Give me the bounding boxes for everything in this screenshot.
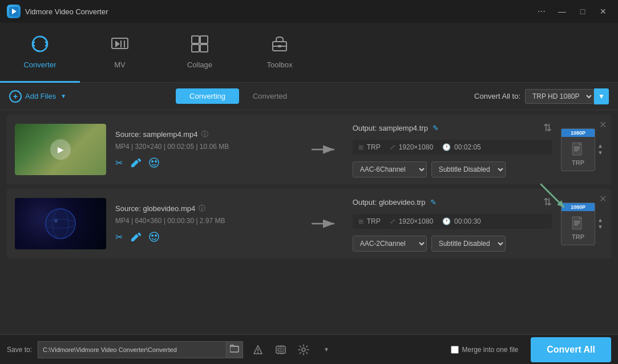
video2-move-down-button[interactable]: ▼ [597,224,603,230]
title-bar: Vidmore Video Converter ⋯ — □ ✕ [0,0,618,23]
video2-info-icon[interactable]: ⓘ [199,204,205,213]
video1-format-badge-container: 1080P TRP ▲ ▼ [561,128,603,171]
svg-rect-9 [200,45,208,52]
video2-color-icon[interactable] [149,232,159,244]
format-selector[interactable]: TRP HD 1080P [525,89,594,104]
video1-output-format: TRP [367,143,381,151]
settings-dropdown-button[interactable]: ▼ [317,341,336,359]
video2-size: 2.97 MB [200,217,225,225]
video2-move-up-button[interactable]: ▲ [597,217,603,223]
video2-edit-icon[interactable] [131,232,141,244]
video1-output-format-item: ⊞ TRP [358,143,381,151]
video2-format: MP4 [115,217,130,225]
svg-point-28 [150,232,159,241]
convert-all-button[interactable]: Convert All [531,337,611,362]
bottom-toolbar-icons: ON ▼ [249,341,336,359]
svg-point-51 [302,348,305,351]
merge-label[interactable]: Merge into one file [462,346,519,354]
boost-off-button[interactable] [249,341,267,359]
video1-badge-ext: TRP [572,159,584,166]
svg-text:ON: ON [278,348,282,351]
video1-meta: MP4 | 320×240 | 00:02:05 | 10.06 MB [115,143,297,151]
video1-source-line: Source: samplemp4.mp4 ⓘ [115,130,297,139]
video1-badge-mid: TRP [570,137,586,171]
video2-output-selects: AAC-2Channel Subtitle Disabled [353,236,552,252]
video1-output-selects: AAC-6Channel Subtitle Disabled [353,161,552,177]
video2-output-meta: ⊞ TRP ⤢ 1920×1080 🕐 00:00:30 [353,214,552,229]
video2-output-name: Output: globevideo.trp [353,198,426,207]
video2-output-line: Output: globevideo.trp ✎ ⇅ [353,196,552,208]
video2-format-badge: 1080P TRP [561,203,595,245]
video1-format-badge: 1080P TRP [561,128,595,171]
app-logo [7,5,21,18]
save-path-group [38,341,243,358]
window-controls: ⋯ — □ ✕ [534,5,611,18]
video1-format: MP4 [115,143,130,151]
minimize-button[interactable]: — [554,5,570,18]
nav-tabs: Converter MV Collage [0,23,618,83]
close-button[interactable]: ✕ [595,5,611,18]
video1-file-icon [570,141,586,157]
add-files-button[interactable]: + Add Files ▼ [9,90,66,103]
video2-source-name: Source: globevideo.mp4 [115,204,195,213]
video2-output-duration: 00:00:30 [454,217,481,225]
tab-toolbox[interactable]: Toolbox [240,23,320,83]
video2-cut-icon[interactable]: ✂ [115,232,123,244]
video1-source-name: Source: samplemp4.mp4 [115,130,198,139]
convert-tabs: Converting Converted [176,88,301,104]
video1-color-icon[interactable] [149,157,159,170]
converter-icon [31,35,49,57]
video1-info-icon[interactable]: ⓘ [201,130,208,139]
add-files-dropdown-icon[interactable]: ▼ [60,93,66,99]
video1-subtitle-select[interactable]: Subtitle Disabled [431,161,506,177]
add-files-label: Add Files [25,92,56,100]
convert-all-to-group: Convert All to: TRP HD 1080P ▼ [474,88,609,104]
video1-move-down-button[interactable]: ▼ [597,150,603,156]
remove-video1-button[interactable]: ✕ [599,119,607,130]
video1-cut-icon[interactable]: ✂ [115,157,123,170]
merge-checkbox[interactable] [451,346,459,354]
tab-mv[interactable]: MV [80,23,160,83]
video2-output-edit-icon[interactable]: ✎ [430,198,437,207]
collage-icon [191,35,209,57]
video1-size: 10.06 MB [200,143,229,151]
video2-clock-icon: 🕐 [442,217,451,225]
video1-output-edit-icon[interactable]: ✎ [433,124,439,132]
video1-move-up-button[interactable]: ▲ [597,143,603,149]
video2-info: Source: globevideo.mp4 ⓘ MP4 | 640×360 |… [115,204,297,244]
tab-converter[interactable]: Converter [0,23,80,83]
video2-subtitle-select[interactable]: Subtitle Disabled [431,236,506,252]
video1-audio-select[interactable]: AAC-6Channel [353,161,427,177]
converted-tab[interactable]: Converted [239,88,301,104]
svg-point-27 [54,219,58,223]
video1-play-button[interactable]: ▶ [50,139,71,160]
save-path-input[interactable] [38,341,226,358]
video1-edit-icon[interactable] [131,157,141,170]
video2-audio-select[interactable]: AAC-2Channel [353,236,427,252]
video1-output: Output: samplemp4.trp ✎ ⇅ ⊞ TRP ⤢ 1920×1… [353,122,552,177]
video2-format-badge-container: 1080P TRP ▲ ▼ [561,203,603,245]
maximize-button[interactable]: □ [575,5,591,18]
tab-collage-label: Collage [187,60,212,69]
tab-collage[interactable]: Collage [160,23,240,83]
svg-point-29 [151,234,154,237]
video1-info: Source: samplemp4.mp4 ⓘ MP4 | 320×240 | … [115,130,297,170]
video1-swap-icon[interactable]: ⇅ [543,122,552,134]
tab-converter-label: Converter [23,60,56,69]
converting-tab[interactable]: Converting [176,88,239,104]
svg-rect-3 [112,38,128,48]
video2-file-icon [570,216,586,232]
svg-point-30 [155,234,157,237]
format-dropdown-button[interactable]: ▼ [594,88,609,104]
video2-duration: 00:00:30 [167,217,194,225]
menu-button[interactable]: ⋯ [534,5,550,18]
hardware-accel-button[interactable]: ON [272,341,290,359]
video2-arrow [306,215,344,232]
video1-res-icon: ⤢ [390,143,395,151]
video2-output-format-item: ⊞ TRP [358,217,381,225]
settings-button[interactable] [294,341,313,359]
remove-video2-button[interactable]: ✕ [599,193,607,204]
video2-swap-icon[interactable]: ⇅ [543,196,552,208]
browse-folder-button[interactable] [226,341,243,358]
video1-format-grid-icon: ⊞ [358,144,363,151]
